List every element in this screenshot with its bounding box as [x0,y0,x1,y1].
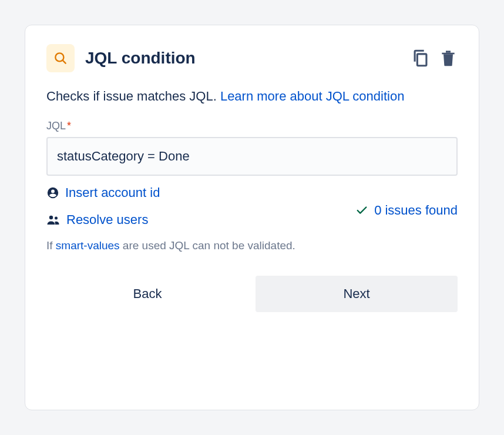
resolve-users-label: Resolve users [66,212,148,227]
insert-account-label: Insert account id [65,185,160,200]
required-marker: * [67,120,71,132]
jql-condition-panel: JQL condition Checks if issue matches JQ… [25,25,479,410]
jql-input[interactable] [46,137,458,176]
back-button[interactable]: Back [46,276,248,312]
note-prefix: If [46,239,56,252]
learn-more-link[interactable]: Learn more about JQL condition [220,89,405,103]
issues-found-label: 0 issues found [374,203,458,218]
svg-point-3 [49,216,53,219]
smart-values-link[interactable]: smart-values [56,239,120,252]
check-icon [355,204,368,217]
svg-point-4 [55,217,58,220]
smart-values-note: If smart-values are used JQL can not be … [46,239,458,252]
search-icon-badge [46,44,75,72]
next-button[interactable]: Next [256,276,458,312]
user-circle-icon [46,186,59,199]
helpers-left: Insert account id Resolve users [46,185,160,227]
insert-account-id-link[interactable]: Insert account id [46,185,160,200]
jql-label-text: JQL [46,120,66,132]
svg-line-1 [62,60,65,63]
users-icon [46,213,61,226]
panel-title: JQL condition [85,49,196,68]
trash-icon[interactable] [439,48,458,68]
note-suffix: are used JQL can not be validated. [120,239,295,252]
svg-rect-2 [417,54,426,66]
panel-description: Checks if issue matches JQL. Learn more … [46,86,458,106]
jql-field-label: JQL* [46,120,458,132]
resolve-users-link[interactable]: Resolve users [46,212,160,227]
copy-icon[interactable] [411,48,431,68]
issues-found-status[interactable]: 0 issues found [355,203,458,218]
header-left: JQL condition [46,44,196,72]
header-actions [411,48,458,68]
panel-header: JQL condition [46,44,458,72]
helpers-row: Insert account id Resolve users 0 issues… [46,185,458,227]
description-text: Checks if issue matches JQL. [46,89,220,103]
search-icon [53,51,68,66]
footer-actions: Back Next [46,276,458,312]
